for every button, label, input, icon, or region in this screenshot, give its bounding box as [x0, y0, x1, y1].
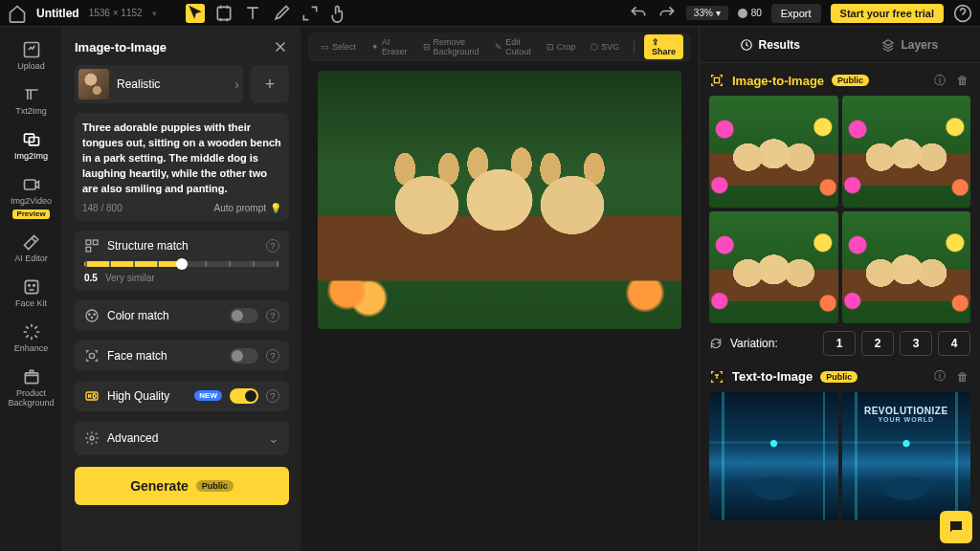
rail-enhance[interactable]: Enhance — [3, 317, 60, 360]
brush-tool-icon[interactable] — [272, 4, 291, 23]
rail-upload[interactable]: Upload — [3, 34, 60, 77]
ct-crop[interactable]: ⊡ Crop — [542, 39, 581, 55]
chevron-right-icon: › — [234, 77, 239, 92]
variation-2[interactable]: 2 — [861, 331, 894, 356]
prompt-input[interactable]: Three adorable puppies with their tongue… — [75, 113, 289, 221]
structure-slider[interactable] — [84, 261, 279, 267]
help-icon[interactable] — [953, 4, 972, 23]
section-title: Text-to-Image — [732, 369, 813, 384]
style-name: Realistic — [117, 77, 227, 91]
credits-display[interactable]: 80 — [738, 8, 762, 18]
zoom-level[interactable]: 33% ▾ — [686, 6, 728, 20]
svg-point-16 — [91, 317, 92, 318]
canvas-image[interactable] — [318, 71, 681, 329]
ct-remove-bg[interactable]: ⊟ Remove Background — [418, 34, 485, 59]
info-icon[interactable]: ⓘ — [932, 369, 947, 385]
expand-tool-icon[interactable] — [301, 4, 320, 23]
text-scan-icon — [709, 369, 724, 385]
chat-fab[interactable] — [940, 511, 972, 543]
result-thumb[interactable] — [842, 211, 971, 323]
gear-icon — [84, 430, 100, 446]
ct-svg[interactable]: ⬡ SVG — [586, 39, 624, 55]
svg-rect-2 — [24, 43, 38, 57]
variation-label: Variation: — [730, 337, 778, 350]
info-icon[interactable]: ? — [266, 349, 279, 363]
public-badge: Public — [820, 371, 858, 383]
rail-product-bg[interactable]: Product Background — [3, 362, 60, 414]
section-title: Image-to-Image — [732, 74, 824, 88]
tab-results[interactable]: Results — [700, 27, 840, 62]
svg-rect-0 — [217, 7, 230, 19]
ct-edit-cutout[interactable]: ✎ Edit Cutout — [490, 34, 536, 59]
export-button[interactable]: Export — [771, 4, 821, 23]
variation-3[interactable]: 3 — [900, 331, 932, 356]
hq-toggle[interactable] — [230, 388, 258, 404]
cursor-tool-icon[interactable] — [186, 4, 205, 23]
color-match-label: Color match — [107, 309, 222, 322]
structure-hint: Very similar — [105, 273, 155, 283]
wand-icon — [22, 232, 41, 252]
frame-tool-icon[interactable] — [214, 4, 234, 23]
doc-dimensions: 1536 × 1152 — [89, 8, 143, 18]
text-tool-icon[interactable] — [243, 4, 262, 23]
svg-rect-5 — [24, 180, 35, 189]
t2i-thumb[interactable] — [709, 392, 838, 521]
char-count: 148 / 800 — [82, 203, 122, 213]
panel-title: Image-to-Image — [75, 40, 167, 55]
info-icon[interactable]: ? — [266, 389, 279, 403]
topbar: Untitled 1536 × 1152 ▾ 33% ▾ 80 Export S… — [0, 0, 980, 27]
home-icon[interactable] — [8, 4, 27, 23]
rail-img2img[interactable]: Img2Img — [3, 124, 60, 167]
video-icon — [22, 175, 41, 194]
result-thumb[interactable] — [842, 96, 971, 208]
generate-button[interactable]: Generate Public — [75, 467, 289, 505]
high-quality-row: High Quality NEW ? — [75, 381, 289, 411]
hand-tool-icon[interactable] — [329, 4, 348, 23]
style-selector[interactable]: Realistic › — [75, 65, 243, 103]
color-match-row: Color match ? — [75, 300, 289, 331]
upload-icon — [22, 40, 41, 59]
undo-icon[interactable] — [629, 4, 648, 23]
result-grid — [709, 96, 970, 323]
svg-rect-9 — [25, 373, 37, 384]
color-match-toggle[interactable] — [230, 308, 258, 323]
face-icon — [22, 277, 41, 297]
result-thumb[interactable] — [709, 211, 838, 323]
start-trial-button[interactable]: Start your free trial — [831, 4, 944, 23]
variation-row: Variation: 1 2 3 4 — [709, 331, 970, 356]
variation-1[interactable]: 1 — [823, 331, 856, 356]
rail-ai-editor[interactable]: AI Editor — [3, 227, 60, 270]
advanced-toggle[interactable]: Advanced ⌄ — [75, 421, 289, 455]
canvas-area: ▭ Select ✦ AI Eraser ⊟ Remove Background… — [301, 27, 699, 551]
ct-ai-eraser[interactable]: ✦ AI Eraser — [367, 34, 412, 59]
section-t2i-head: Text-to-Image Public ⓘ🗑 — [709, 369, 970, 385]
info-icon[interactable]: ⓘ — [932, 73, 947, 88]
info-icon[interactable]: ? — [266, 239, 279, 253]
close-icon[interactable] — [272, 38, 289, 55]
svg-point-19 — [90, 436, 94, 440]
info-icon[interactable]: ? — [266, 309, 279, 322]
result-thumb[interactable] — [709, 96, 838, 208]
auto-prompt-button[interactable]: Auto prompt💡 — [214, 203, 281, 213]
right-panel: Results Layers Image-to-Image Public ⓘ🗑 — [699, 27, 980, 551]
svg-point-7 — [28, 285, 30, 287]
ct-share[interactable]: ⇪ Share — [644, 34, 683, 59]
canvas-toolbar: ▭ Select ✦ AI Eraser ⊟ Remove Background… — [308, 33, 691, 61]
ct-select[interactable]: ▭ Select — [316, 39, 361, 55]
add-style-button[interactable]: + — [251, 65, 289, 103]
tab-layers[interactable]: Layers — [840, 27, 981, 62]
refresh-icon[interactable] — [709, 337, 723, 350]
redo-icon[interactable] — [657, 4, 677, 23]
trash-icon[interactable]: 🗑 — [955, 73, 970, 88]
structure-label: Structure match — [107, 239, 189, 253]
t2i-thumb[interactable]: REVOLUTIONIZE YOUR WORLD — [842, 392, 971, 521]
face-match-toggle[interactable] — [230, 348, 258, 364]
doc-title[interactable]: Untitled — [36, 7, 79, 20]
rail-txt2img[interactable]: Txt2Img — [3, 79, 60, 122]
trash-icon[interactable]: 🗑 — [955, 369, 970, 385]
variation-4[interactable]: 4 — [938, 331, 970, 356]
rail-img2video[interactable]: Img2VideoPreview — [3, 169, 60, 226]
public-badge: Public — [196, 480, 234, 492]
svg-rect-6 — [25, 281, 37, 294]
rail-face-kit[interactable]: Face Kit — [3, 272, 60, 315]
